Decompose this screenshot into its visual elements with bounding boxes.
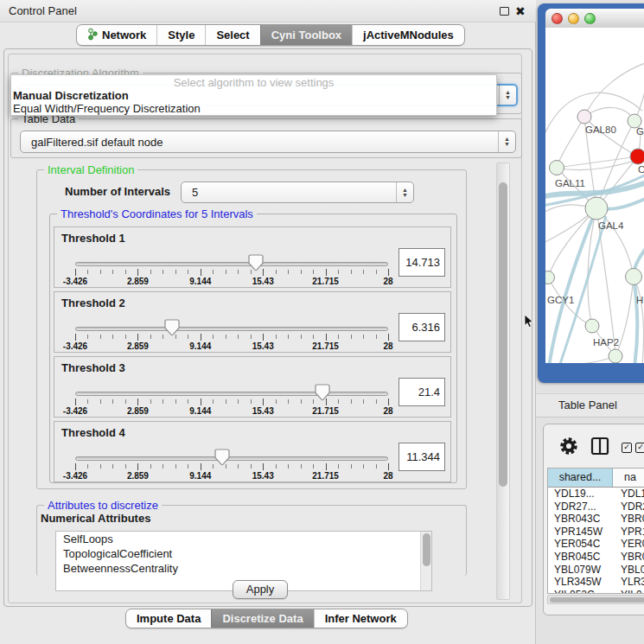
combo-stepper-icon[interactable]: ▲▼ [396, 182, 413, 202]
table-row[interactable]: YIL052CYIL0 [548, 589, 644, 594]
node-table: shared... na YDL19...YDL1YDR27...YDR2YBR… [547, 468, 644, 594]
tab-impute-data[interactable]: Impute Data [126, 609, 211, 628]
tab-select[interactable]: Select [205, 25, 259, 45]
attribute-item-selfloops[interactable]: SelfLoops [56, 532, 431, 546]
apply-button[interactable]: Apply [233, 580, 288, 599]
tick-label: 9.144 [189, 406, 211, 416]
split-columns-icon[interactable] [590, 437, 609, 459]
column-header-name[interactable]: na [613, 469, 644, 487]
horizontal-scrollbar[interactable] [547, 595, 644, 604]
slider-handle[interactable] [214, 449, 230, 466]
slider-track[interactable] [75, 456, 388, 461]
horizontal-scrollbar-thumb[interactable] [550, 597, 644, 603]
gear-icon[interactable] [559, 437, 578, 459]
tab-cyni-toolbox[interactable]: Cyni Toolbox [260, 25, 352, 45]
table-row[interactable]: YBR043CYBR0 [548, 513, 644, 526]
tab-network[interactable]: Network [77, 25, 156, 45]
vertical-scrollbar-thumb[interactable] [499, 182, 507, 487]
network-edge [584, 107, 634, 121]
number-of-intervals-combobox[interactable]: 5 ▲▼ [181, 182, 414, 203]
float-window-icon[interactable] [500, 7, 509, 16]
tab-infer-network[interactable]: Infer Network [314, 609, 407, 628]
slider-handle[interactable] [315, 384, 330, 401]
network-node-node-bottom[interactable] [609, 349, 622, 363]
cell-shared-name: YBL079W [548, 564, 613, 577]
tick-label: 9.144 [189, 277, 211, 286]
network-node-gal11[interactable] [550, 161, 564, 175]
close-icon[interactable]: ✖ [515, 3, 526, 19]
network-edge [584, 62, 644, 117]
threshold-value-field[interactable]: 14.713 [399, 248, 445, 277]
network-node-node-red[interactable] [630, 149, 644, 164]
tick-label: 28 [383, 277, 392, 286]
tick-label: 2.859 [127, 406, 149, 416]
tab-jactivemnodules[interactable]: jActiveMNodules [352, 25, 464, 45]
list-scrollbar[interactable] [420, 532, 431, 590]
node-label-gal80: GAL80 [585, 124, 616, 135]
network-node-gal4[interactable] [585, 197, 608, 220]
control-panel-titlebar: Control Panel ✖ [0, 0, 536, 22]
close-traffic-light-icon[interactable] [552, 13, 563, 24]
dropdown-item-equal-width-frequency-discretization[interactable]: Equal Width/Frequency Discretization [11, 102, 496, 115]
group-table-data: Table Data galFiltered.sif default node … [10, 118, 522, 158]
slider-track[interactable] [75, 392, 388, 396]
combo-stepper-icon[interactable]: ▲▼ [499, 86, 516, 105]
table-toolbar: ✓ ✓ [544, 431, 644, 464]
table-row[interactable]: YPR145WYPR1 [548, 526, 644, 539]
tick-label: 2.859 [127, 277, 149, 286]
cell-shared-name: YPR145W [548, 526, 613, 539]
slider-handle[interactable] [164, 319, 180, 336]
table-panel-titlebar: Table Panel [536, 393, 644, 418]
tab-discretize-data[interactable]: Discretize Data [211, 609, 313, 628]
table-row[interactable]: YLR345WYLR3 [548, 576, 644, 589]
vertical-scrollbar[interactable] [496, 163, 510, 600]
network-window-titlebar[interactable] [545, 9, 644, 28]
network-view-window[interactable]: GAL80GACGAL11GAL4GCY1HHAP2 [538, 3, 644, 383]
column-header-shared-name[interactable]: shared... [548, 469, 613, 487]
slider-minor-ticks [75, 464, 390, 469]
combo-stepper-icon[interactable]: ▲▼ [498, 131, 515, 152]
tick-label: -3.426 [63, 471, 87, 481]
tab-label: Network [102, 29, 146, 41]
table-row[interactable]: YDL19...YDL1 [548, 488, 644, 501]
attribute-item-betweennesscentrality[interactable]: BetweennessCentrality [56, 561, 431, 576]
list-scrollbar-thumb[interactable] [423, 533, 430, 566]
dropdown-items: Manual DiscretizationEqual Width/Frequen… [11, 89, 496, 115]
tick-label: 15.43 [252, 471, 274, 481]
cell-name: YDR2 [613, 501, 644, 513]
tab-label: Discretize Data [222, 612, 303, 625]
table-row[interactable]: YBR045CYBR0 [548, 551, 644, 564]
tick-label: 21.715 [312, 471, 339, 481]
group-interval-definition-title: Interval Definition [44, 163, 137, 176]
minimize-traffic-light-icon[interactable] [568, 13, 579, 24]
tick-label: 21.715 [312, 277, 339, 286]
table-row[interactable]: YBL079WYBL0 [548, 564, 644, 577]
table-data-combobox[interactable]: galFiltered.sif default node ▲▼ [20, 131, 516, 153]
zoom-traffic-light-icon[interactable] [584, 13, 596, 24]
slider-handle[interactable] [248, 254, 264, 271]
table-row[interactable]: YER054CYER0 [548, 538, 644, 551]
network-node-node-h[interactable] [626, 269, 642, 285]
network-node-gal80[interactable] [577, 110, 591, 124]
slider-track[interactable] [75, 327, 388, 331]
algorithm-dropdown-popup: Select algorithm to view settings Manual… [10, 74, 497, 116]
dropdown-item-manual-discretization[interactable]: Manual Discretization [11, 89, 496, 102]
tick-label: 2.859 [127, 471, 149, 481]
threshold-value-field[interactable]: 21.4 [399, 378, 445, 406]
tab-label: Style [168, 29, 194, 41]
checkbox-icon[interactable]: ✓ [622, 443, 632, 453]
network-node-gcy1[interactable] [545, 271, 555, 284]
threshold-value-field[interactable]: 6.316 [399, 313, 445, 341]
network-canvas[interactable]: GAL80GACGAL11GAL4GCY1HHAP2 [545, 28, 644, 363]
tick-label: 28 [383, 406, 392, 416]
threshold-value-field[interactable]: 11.344 [399, 443, 445, 471]
table-row[interactable]: YDR27...YDR2 [548, 501, 644, 513]
network-node-hap2[interactable] [585, 319, 599, 333]
bottom-tab-bar: Impute DataDiscretize DataInfer Network [125, 609, 408, 628]
slider-track[interactable] [75, 262, 388, 266]
numerical-attributes-label: Numerical Attributes [41, 512, 150, 525]
tab-style[interactable]: Style [156, 25, 205, 45]
attribute-item-topologicalcoefficient[interactable]: TopologicalCoefficient [56, 546, 431, 561]
checkbox-icon[interactable]: ✓ [635, 443, 644, 453]
network-edge [549, 208, 596, 363]
